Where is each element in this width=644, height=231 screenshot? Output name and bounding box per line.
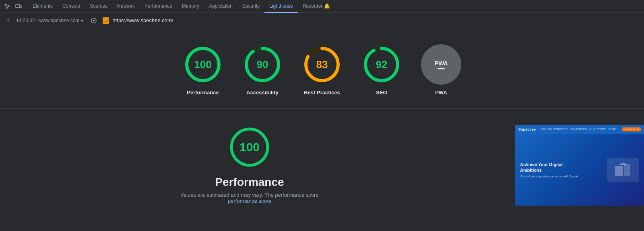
score-label-pwa: PWA [435, 89, 447, 96]
timestamp-display: 14:25:02 - www.specbee.com ▾ [16, 18, 83, 23]
score-value-accessibility: 90 [257, 58, 268, 71]
svg-rect-15 [624, 164, 630, 176]
pwa-dash [438, 68, 445, 69]
score-label-best-practices: Best Practices [304, 89, 340, 96]
screenshot-body: Achieve Your Digital Ambitions We craft … [515, 134, 644, 206]
screenshot-text-block: Achieve Your Digital Ambitions We craft … [520, 162, 578, 178]
timestamp-text: 14:25:02 - www.specbee.com [16, 18, 79, 23]
new-tab-button[interactable]: + [3, 16, 13, 25]
tab-recorder[interactable]: Recorder 🔔 [298, 0, 335, 13]
score-value-best-practices: 83 [316, 58, 328, 71]
detail-description: Values are estimated and may vary. The p… [169, 192, 330, 204]
tab-console[interactable]: Console [58, 0, 85, 13]
tab-memory[interactable]: Memory [177, 0, 204, 13]
screenshot-preview: ©specbee DRUPAL SERVICES INDUSTRIES OUR … [515, 125, 644, 206]
detail-section: 100 Performance Values are estimated and… [0, 109, 644, 206]
tab-lighthouse[interactable]: Lighthouse [264, 0, 298, 13]
score-circle-seo: 92 [361, 44, 402, 85]
svg-rect-3 [93, 20, 95, 21]
tab-divider-1 [26, 2, 26, 10]
devtools-tab-bar: Elements Console Sources Network Perform… [0, 0, 644, 13]
score-label-performance: Performance [187, 89, 219, 96]
screenshot-graphic [607, 158, 639, 182]
pwa-circle: PWA [421, 44, 461, 85]
tab-security[interactable]: Security [237, 0, 264, 13]
tab-application[interactable]: Application [204, 0, 237, 13]
screenshot-cta: CONTACT US [622, 127, 641, 131]
device-toggle-icon[interactable] [13, 1, 24, 12]
screenshot-header: ©specbee DRUPAL SERVICES INDUSTRIES OUR … [515, 125, 644, 134]
screenshot-logo: ©specbee [518, 127, 536, 131]
url-bar-row: + 14:25:02 - www.specbee.com ▾ 🐝 https:/… [0, 13, 644, 28]
screenshot-nav-item-2: INDUSTRIES [570, 128, 587, 131]
stop-icon[interactable] [88, 15, 99, 26]
tab-network[interactable]: Network [112, 0, 140, 13]
detail-desc-link[interactable]: performance score [228, 198, 271, 204]
score-value-performance: 100 [194, 58, 211, 71]
score-value-seo: 92 [376, 58, 388, 71]
score-circle-accessibility: 90 [242, 44, 283, 85]
tab-performance[interactable]: Performance [140, 0, 177, 13]
score-item-pwa[interactable]: PWA PWA [421, 44, 461, 96]
score-summary: 100 Performance 90 Accessibility [0, 28, 644, 109]
score-circle-performance: 100 [183, 44, 223, 85]
screenshot-headline: Achieve Your Digital Ambitions [520, 162, 568, 173]
pwa-text: PWA [435, 60, 448, 67]
detail-score-circle: 100 [227, 125, 272, 169]
score-label-accessibility: Accessibility [246, 89, 279, 96]
detail-title: Performance [215, 176, 284, 189]
score-label-seo: SEO [376, 89, 387, 96]
svg-rect-0 [16, 4, 20, 8]
detail-score-value: 100 [239, 140, 260, 154]
main-content: 100 Performance 90 Accessibility [0, 28, 644, 231]
select-element-icon[interactable] [2, 1, 13, 12]
screenshot-nav-item-4: BLOG [609, 128, 616, 131]
score-item-seo[interactable]: 92 SEO [361, 44, 402, 96]
score-item-best-practices[interactable]: 83 Best Practices [302, 44, 342, 96]
screenshot-nav-item-3: OUR STORY [589, 128, 606, 131]
tab-sources[interactable]: Sources [85, 0, 112, 13]
url-display: https://www.specbee.com/ [112, 17, 173, 23]
svg-rect-14 [615, 166, 623, 176]
detail-left: 100 Performance Values are estimated and… [0, 125, 499, 206]
dropdown-icon[interactable]: ▾ [81, 18, 83, 23]
screenshot-nav-item-1: DRUPAL SERVICES [541, 128, 568, 131]
screenshot-subtext: We craft winning web experiences with Dr… [520, 175, 578, 178]
site-favicon: 🐝 [103, 17, 109, 24]
score-item-performance[interactable]: 100 Performance [183, 44, 223, 96]
score-item-accessibility[interactable]: 90 Accessibility [242, 44, 283, 96]
screenshot-nav: DRUPAL SERVICES INDUSTRIES OUR STORY BLO… [541, 128, 616, 131]
detail-right: ©specbee DRUPAL SERVICES INDUSTRIES OUR … [515, 125, 644, 206]
svg-rect-1 [20, 5, 21, 8]
tab-elements[interactable]: Elements [28, 0, 58, 13]
score-circle-best-practices: 83 [302, 44, 342, 85]
